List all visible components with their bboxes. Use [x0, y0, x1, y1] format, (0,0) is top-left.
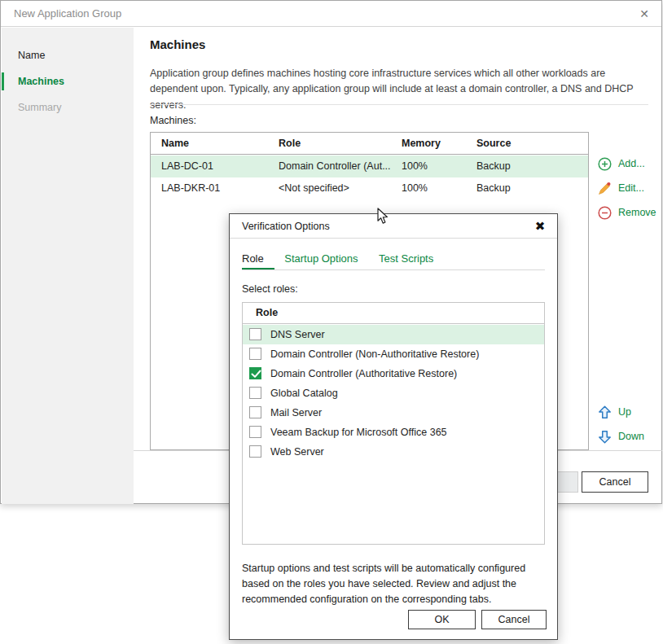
close-icon[interactable]: ✕ — [637, 7, 652, 21]
checkbox-unchecked-icon[interactable] — [249, 328, 261, 340]
cell-name: LAB-DC-01 — [161, 160, 213, 172]
outer-titlebar: New Application Group ✕ — [1, 1, 661, 27]
edit-button[interactable]: Edit... — [598, 180, 656, 196]
select-roles-label: Select roles: — [242, 283, 298, 295]
roles-table-header: Role — [243, 303, 544, 324]
cell-role: <Not specified> — [279, 182, 349, 194]
role-row-dc-non-authoritative[interactable]: Domain Controller (Non-Authoritative Res… — [243, 344, 544, 364]
roles-column-header: Role — [256, 307, 278, 318]
machine-row-lab-dc-01[interactable]: LAB-DC-01 Domain Controller (Aut... 100%… — [151, 156, 588, 177]
wizard-sidebar: Name Machines Summary — [2, 28, 134, 504]
ok-button[interactable]: OK — [408, 610, 476, 629]
tab-test-scripts[interactable]: Test Scripts — [379, 252, 433, 269]
checkbox-unchecked-icon[interactable] — [249, 348, 261, 360]
tabs-baseline — [242, 269, 545, 270]
checkbox-unchecked-icon[interactable] — [249, 406, 261, 418]
note-text: Startup options and test scripts will be… — [242, 561, 548, 607]
tab-strip: Role Startup Options Test Scripts — [242, 252, 545, 270]
machines-table-header: Name Role Memory Source — [151, 133, 588, 155]
machine-actions: Add... Edit... Remove — [598, 156, 656, 229]
column-header-name: Name — [161, 138, 189, 149]
screen: New Application Group ✕ Name Machines Su… — [0, 0, 663, 644]
tab-startup-options[interactable]: Startup Options — [284, 252, 358, 269]
page-title: Machines — [150, 37, 205, 51]
column-header-source: Source — [476, 138, 511, 149]
machines-list-label: Machines: — [150, 115, 196, 126]
cell-role: Domain Controller (Aut... — [279, 160, 391, 172]
down-arrow-icon — [598, 430, 612, 444]
machine-row-lab-dkr-01[interactable]: LAB-DKR-01 <Not specified> 100% Backup — [151, 177, 588, 199]
active-step-bar — [2, 72, 4, 90]
checkbox-unchecked-icon[interactable] — [249, 445, 261, 458]
checkbox-unchecked-icon[interactable] — [249, 387, 261, 399]
inner-titlebar: Verification Options ✖ — [230, 214, 557, 239]
column-header-role: Role — [279, 138, 301, 149]
cell-memory: 100% — [402, 182, 428, 194]
role-row-web-server[interactable]: Web Server — [243, 442, 544, 462]
column-header-memory: Memory — [402, 138, 441, 149]
cancel-button[interactable]: Cancel — [582, 471, 648, 493]
order-actions: Up Down — [598, 404, 644, 453]
down-button[interactable]: Down — [598, 428, 644, 445]
section-divider — [150, 104, 648, 105]
tab-role[interactable]: Role — [242, 252, 264, 269]
inner-close-icon[interactable]: ✖ — [533, 219, 547, 234]
cell-memory: 100% — [402, 160, 428, 172]
role-row-veeam-backup-o365[interactable]: Veeam Backup for Microsoft Office 365 — [243, 423, 544, 442]
cell-source: Backup — [476, 182, 511, 194]
dialog-title: New Application Group — [14, 1, 121, 27]
cell-source: Backup — [476, 160, 511, 172]
edit-pencil-icon — [598, 182, 612, 195]
role-row-dns-server[interactable]: DNS Server — [243, 325, 544, 344]
cell-name: LAB-DKR-01 — [161, 182, 220, 194]
sidebar-item-name[interactable]: Name — [2, 42, 134, 68]
role-row-dc-authoritative[interactable]: Domain Controller (Authoritative Restore… — [243, 364, 544, 383]
add-button[interactable]: Add... — [598, 156, 656, 172]
role-row-mail-server[interactable]: Mail Server — [243, 403, 544, 423]
checkbox-unchecked-icon[interactable] — [249, 426, 261, 438]
inner-dialog-title: Verification Options — [242, 214, 330, 239]
remove-icon — [598, 206, 612, 220]
inner-cancel-button[interactable]: Cancel — [481, 610, 547, 629]
remove-button[interactable]: Remove — [598, 204, 656, 221]
page-description: Application group defines machines hosti… — [150, 66, 639, 113]
verification-options-dialog: Verification Options ✖ Role Startup Opti… — [229, 213, 558, 640]
sidebar-item-machines[interactable]: Machines — [2, 68, 134, 94]
up-arrow-icon — [598, 405, 612, 419]
sidebar-item-summary[interactable]: Summary — [2, 94, 134, 120]
checkbox-checked-icon[interactable] — [249, 367, 261, 379]
role-row-global-catalog[interactable]: Global Catalog — [243, 383, 544, 403]
roles-table: Role DNS Server Domain Controller (Non-A… — [242, 302, 545, 545]
up-button[interactable]: Up — [598, 404, 644, 420]
add-icon — [598, 157, 612, 171]
